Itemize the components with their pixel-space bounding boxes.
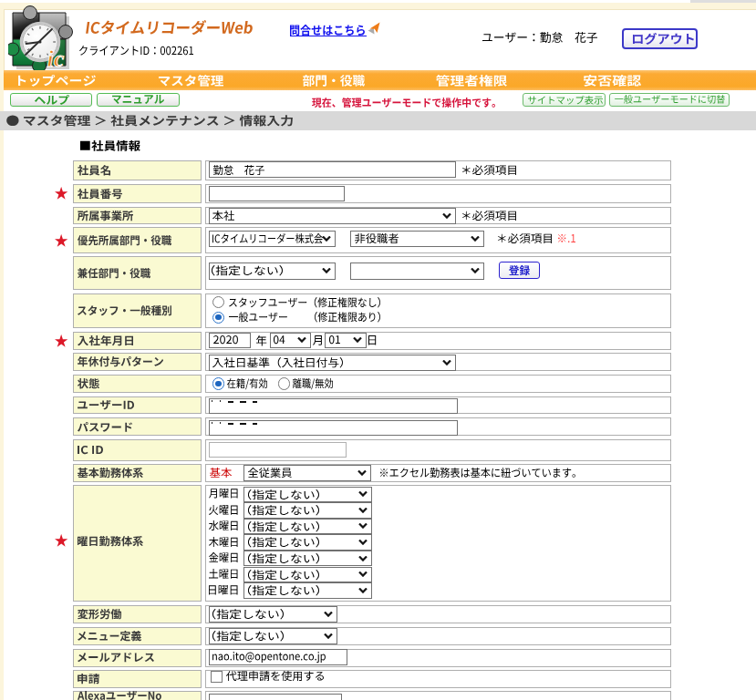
svg-text:ic: ic	[47, 46, 65, 72]
